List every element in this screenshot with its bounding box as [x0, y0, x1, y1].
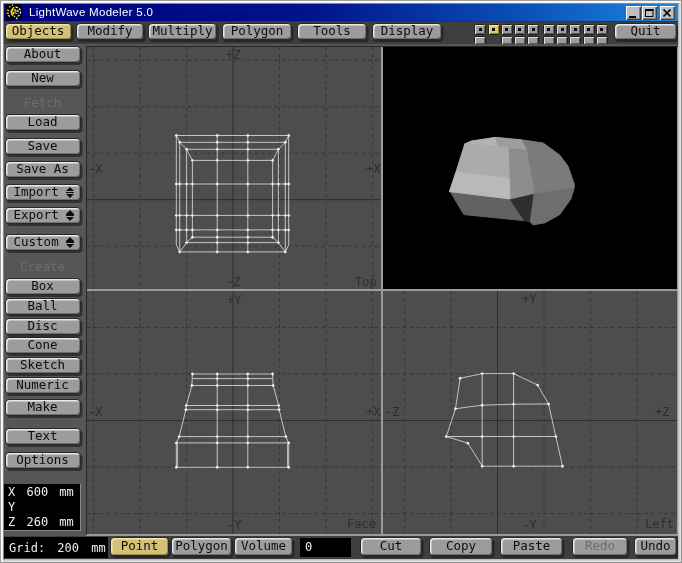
label-items-2: Multiply: [152, 25, 212, 38]
sidebar-item-ball[interactable]: Ball: [5, 298, 81, 315]
menu-modify[interactable]: Modify: [76, 23, 144, 40]
readout-y: Y: [8, 500, 81, 515]
main-area: AboutNewFetchLoadSaveSave AsImportExport…: [4, 44, 678, 536]
sidebar-item-load[interactable]: Load: [5, 114, 81, 131]
viewport-name-face: Face: [347, 518, 376, 530]
sidebar-item-export[interactable]: Export: [5, 207, 81, 224]
axis-label-face-px: +X: [366, 406, 380, 418]
menu-objects[interactable]: Objects: [5, 23, 72, 40]
sidebar-item-disc[interactable]: Disc: [5, 318, 81, 335]
menu-multiply[interactable]: Multiply: [148, 23, 217, 40]
viewport-name-left: Left: [645, 518, 674, 530]
sidebar-item-label: Export: [14, 209, 59, 222]
selection-count-field[interactable]: 0: [300, 538, 351, 557]
window-title: LightWave Modeler 5.0: [29, 6, 153, 18]
bank-button-2[interactable]: [488, 24, 500, 35]
label-items-0: Objects: [12, 25, 65, 38]
bank-button-4[interactable]: [514, 24, 526, 35]
menu-polygon[interactable]: Polygon: [222, 23, 292, 40]
menu-tools[interactable]: Tools: [297, 23, 367, 40]
sidebar-item-label: Import: [14, 186, 59, 199]
readout-z: Z 260 mm: [8, 515, 81, 530]
sidebar-item-label: Sketch: [20, 359, 65, 372]
bank-dot-icon: [518, 28, 521, 31]
sidebar-item-label: Ball: [27, 300, 57, 313]
label-actions-2: Paste: [513, 540, 551, 553]
label-items-3: Polygon: [231, 25, 284, 38]
mode-volume-button[interactable]: Volume: [234, 537, 293, 556]
label-actions-0: Cut: [380, 540, 403, 553]
close-button[interactable]: [660, 6, 675, 20]
sidebar-item-label: Box: [31, 280, 54, 293]
sidebar-item-label: Cone: [27, 339, 57, 352]
sidebar-item-label: Text: [27, 430, 57, 443]
axis-label-face-my: -Y: [227, 519, 241, 531]
sidebar-item-about[interactable]: About: [5, 46, 81, 63]
axis-label-face-mx: -X: [88, 406, 102, 418]
copy-button[interactable]: Copy: [429, 537, 493, 556]
client-area: LightWave Modeler 5.0 Objects Modify Mul…: [4, 4, 678, 559]
mode-polygon-button[interactable]: Polygon: [171, 537, 232, 556]
bank-button-10[interactable]: [596, 24, 608, 35]
sidebar-item-label: Save As: [16, 163, 69, 176]
bank-dot-icon: [547, 28, 550, 31]
sidebar-item-save[interactable]: Save: [5, 138, 81, 155]
lightwave-logo-icon: [6, 4, 22, 20]
bank-button-9[interactable]: [583, 24, 595, 35]
bank-button-7[interactable]: [556, 24, 568, 35]
viewport-top[interactable]: [87, 47, 381, 289]
sidebar-item-cone[interactable]: Cone: [5, 337, 81, 354]
paste-button[interactable]: Paste: [500, 537, 563, 556]
label-items-5: Display: [381, 25, 434, 38]
bank-dot-icon: [574, 28, 577, 31]
label-items-4: Tools: [313, 25, 351, 38]
bank-button-1[interactable]: [474, 24, 486, 35]
axis-label-left-mz: -Z: [385, 406, 399, 418]
sidebar-item-custom[interactable]: Custom: [5, 234, 81, 251]
sidebar-item-sketch[interactable]: Sketch: [5, 357, 81, 374]
label-modes-2: Volume: [241, 540, 286, 553]
bank-button-6[interactable]: [543, 24, 555, 35]
bank-dot-icon: [505, 28, 508, 31]
sidebar-item-text[interactable]: Text: [5, 428, 81, 445]
sidebar-item-make[interactable]: Make: [5, 399, 81, 416]
bank-button-3[interactable]: [501, 24, 513, 35]
sidebar-item-options[interactable]: Options: [5, 452, 81, 469]
menu-display[interactable]: Display: [372, 23, 442, 40]
bank-dot-icon: [479, 28, 482, 31]
viewport-name-top: Top: [355, 276, 377, 288]
sidebar-item-import[interactable]: Import: [5, 184, 81, 201]
axis-label-top-pz: +Z: [226, 49, 240, 61]
bank-button-5[interactable]: [527, 24, 539, 35]
updown-arrows-icon: [66, 210, 74, 221]
redo-button[interactable]: Redo: [572, 537, 628, 556]
axis-label-left-py: +Y: [522, 293, 536, 305]
bank-dot-icon: [561, 28, 564, 31]
sidebar-item-label: Disc: [27, 320, 57, 333]
bank-dot-icon: [532, 28, 535, 31]
sidebar-item-create: Create: [5, 258, 81, 275]
label-modes-0: Point: [121, 540, 159, 553]
minimize-button[interactable]: [626, 6, 641, 20]
sidebar-item-new[interactable]: New: [5, 70, 81, 87]
viewport-face[interactable]: [87, 291, 381, 534]
viewport-left[interactable]: [383, 291, 677, 534]
grid-size-field[interactable]: Grid: 200 mm: [4, 537, 108, 558]
sidebar-item-numeric[interactable]: Numeric: [5, 377, 81, 394]
label-actions-4: Undo: [640, 540, 670, 553]
sidebar-item-box[interactable]: Box: [5, 278, 81, 295]
statusbar: Grid: 200 mm Point Polygon Volume 0 Cut …: [4, 536, 678, 559]
sidebar-item-save-as[interactable]: Save As: [5, 161, 81, 178]
sidebar-item-label: Make: [27, 401, 57, 414]
bank-button-8[interactable]: [569, 24, 581, 35]
maximize-button[interactable]: [642, 6, 657, 20]
viewport-preview[interactable]: [383, 47, 677, 289]
cut-button[interactable]: Cut: [360, 537, 422, 556]
axis-label-left-my: -Y: [522, 519, 536, 531]
updown-arrows-icon: [66, 187, 74, 198]
titlebar[interactable]: LightWave Modeler 5.0: [4, 4, 678, 21]
mode-point-button[interactable]: Point: [110, 537, 169, 556]
updown-arrows-icon: [66, 237, 74, 248]
quit-button[interactable]: Quit: [614, 23, 677, 40]
undo-button[interactable]: Undo: [634, 537, 677, 556]
